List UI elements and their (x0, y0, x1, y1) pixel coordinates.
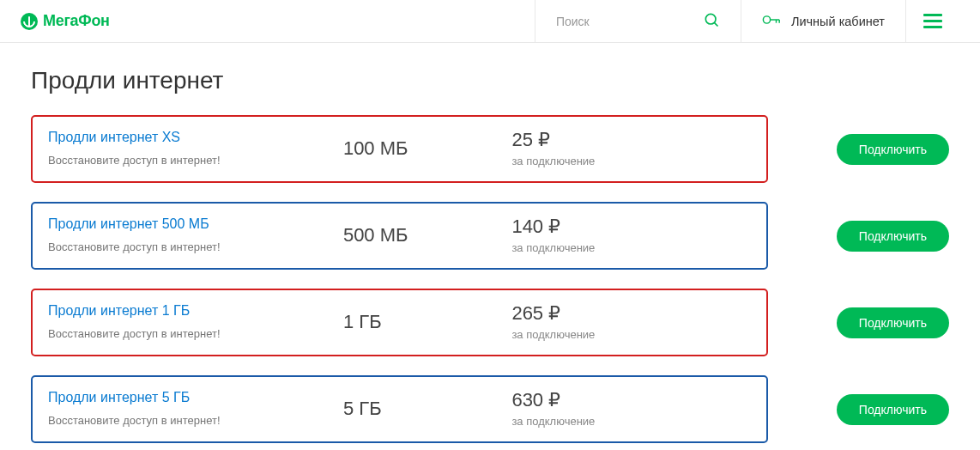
plan-info: Продли интернет XS Восстановите доступ в… (48, 130, 343, 167)
plan-info: Продли интернет 1 ГБ Восстановите доступ… (48, 303, 343, 340)
plan-info: Продли интернет 500 МБ Восстановите дост… (48, 216, 343, 253)
plan-volume: 1 ГБ (343, 311, 512, 333)
plan-card: Продли интернет 5 ГБ Восстановите доступ… (31, 375, 768, 443)
plan-price-note: за подключение (511, 155, 750, 167)
brand-logo-text: МегаФон (43, 12, 110, 30)
plan-price-note: за подключение (511, 241, 750, 254)
plan-name-link[interactable]: Продли интернет XS (48, 130, 343, 145)
plan-name-link[interactable]: Продли интернет 1 ГБ (48, 303, 343, 319)
search-icon[interactable] (703, 11, 720, 32)
menu-button[interactable] (905, 0, 959, 42)
page-title: Продли интернет (31, 67, 949, 94)
cabinet-link[interactable]: Личный кабинет (741, 0, 905, 42)
plan-volume: 500 МБ (343, 224, 512, 246)
plan-description: Восстановите доступ в интернет! (48, 327, 343, 340)
plan-price-value: 630 ₽ (511, 389, 750, 411)
plan-card: Продли интернет 1 ГБ Восстановите доступ… (31, 289, 768, 356)
svg-point-0 (705, 14, 716, 24)
svg-line-1 (714, 22, 717, 26)
plan-description: Восстановите доступ в интернет! (48, 154, 343, 167)
header: МегаФон Личный кабинет (0, 0, 980, 43)
plan-row: Продли интернет XS Восстановите доступ в… (31, 115, 949, 183)
plan-price: 25 ₽ за подключение (511, 129, 750, 167)
svg-point-2 (763, 16, 770, 23)
plan-row: Продли интернет 500 МБ Восстановите дост… (31, 202, 949, 270)
plan-card: Продли интернет XS Восстановите доступ в… (31, 115, 768, 183)
plan-price: 140 ₽ за подключение (511, 216, 750, 254)
brand-logo-icon (21, 13, 38, 30)
plan-list: Продли интернет XS Восстановите доступ в… (31, 115, 949, 443)
plan-description: Восстановите доступ в интернет! (48, 240, 343, 253)
plan-name-link[interactable]: Продли интернет 500 МБ (48, 216, 343, 232)
main-content: Продли интернет Продли интернет XS Восст… (0, 43, 980, 450)
plan-price-value: 25 ₽ (511, 129, 750, 151)
plan-row: Продли интернет 5 ГБ Восстановите доступ… (31, 375, 949, 443)
key-icon (762, 14, 781, 28)
plan-card: Продли интернет 500 МБ Восстановите дост… (31, 202, 768, 270)
brand-logo[interactable]: МегаФон (21, 12, 110, 30)
plan-price-note: за подключение (511, 415, 750, 428)
cabinet-label: Личный кабинет (791, 15, 885, 28)
plan-price: 265 ₽ за подключение (511, 302, 750, 341)
plan-name-link[interactable]: Продли интернет 5 ГБ (48, 390, 343, 405)
plan-price: 630 ₽ за подключение (511, 389, 750, 428)
connect-button[interactable]: Подключить (837, 134, 949, 165)
plan-price-note: за подключение (511, 328, 750, 341)
search-box (535, 0, 741, 42)
search-input[interactable] (556, 15, 693, 28)
connect-button[interactable]: Подключить (837, 307, 949, 338)
plan-volume: 100 МБ (343, 137, 512, 160)
plan-price-value: 265 ₽ (511, 302, 750, 325)
connect-button[interactable]: Подключить (837, 221, 949, 252)
connect-button[interactable]: Подключить (837, 394, 949, 425)
plan-row: Продли интернет 1 ГБ Восстановите доступ… (31, 289, 949, 356)
menu-icon (923, 14, 942, 16)
plan-price-value: 140 ₽ (511, 216, 750, 238)
plan-description: Восстановите доступ в интернет! (48, 414, 343, 427)
plan-volume: 5 ГБ (343, 398, 512, 420)
plan-info: Продли интернет 5 ГБ Восстановите доступ… (48, 390, 343, 427)
